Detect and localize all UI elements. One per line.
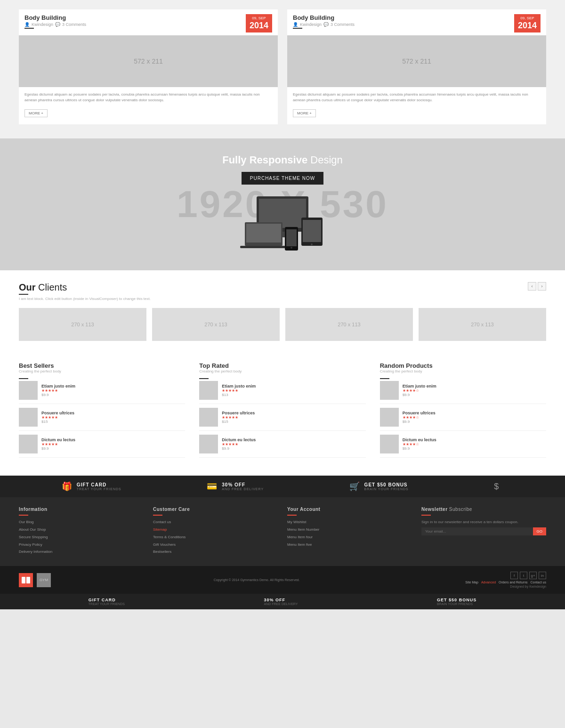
footer-link-2-2[interactable]: Menu Item four (287, 534, 412, 541)
more-button-1[interactable]: MORE + (293, 109, 316, 117)
footer-link-0-3[interactable]: Privacy Policy (19, 542, 144, 548)
footer-link-0-1[interactable]: About Our Shop (19, 527, 144, 533)
product-price-2-0: $9.9 (403, 393, 436, 397)
newsletter-submit[interactable]: GO (533, 527, 546, 535)
social-icon-2[interactable]: g+ (529, 572, 537, 579)
clients-prev-button[interactable]: ‹ (528, 282, 536, 291)
footer-link-2-3[interactable]: Menu Item five (287, 542, 412, 548)
product-price-1-2: $9.9 (222, 446, 256, 451)
promo-bar-item-0: GIFT CARD TREAT YOUR FRIENDS (89, 598, 125, 606)
footer-bar-item-0: 🎁 GIFT CARD TREAT YOUR FRIENDS (62, 481, 121, 492)
footer-link-1-1[interactable]: Sitemap (153, 527, 278, 533)
footer-bar-subtitle-1: AND FREE DELIVERY (222, 487, 264, 491)
footer-col-divider-1 (153, 515, 162, 516)
footer-link-1-0[interactable]: Contact us (153, 519, 278, 526)
purchase-button[interactable]: PURCHASE THEME NOW (242, 172, 323, 185)
designed-by: Designed by Kwindesign (462, 585, 546, 588)
promo-bar-text-0: GIFT CARD TREAT YOUR FRIENDS (89, 598, 125, 606)
more-button-0[interactable]: MORE + (24, 109, 48, 117)
product-col-title-2: Random Products (380, 362, 546, 369)
svg-point-9 (311, 243, 313, 245)
product-price-0-1: $15 (41, 420, 74, 424)
product-divider-2 (380, 378, 389, 379)
product-item-2-1: Posuere ultrices ★★★★☆ $9.9 (380, 408, 546, 431)
footer-link-0-2[interactable]: Secure Shopping (19, 534, 144, 541)
footer-link-2-0[interactable]: My Wishlist (287, 519, 412, 526)
product-thumb-0-1 (19, 408, 38, 427)
product-col-subtitle-2: Creating the perfect body (380, 369, 546, 373)
footer-link-1-3[interactable]: Gift Vouchers (153, 542, 278, 548)
clients-title: Our Clients (19, 282, 151, 293)
newsletter-input[interactable] (421, 527, 533, 535)
bottom-link-1[interactable]: Advanced (481, 581, 496, 584)
footer-col-title-2: Your Account (287, 507, 412, 512)
newsletter-desc-3: Sign in to our newsletter and receive a … (421, 519, 546, 525)
social-icon-3[interactable]: in (539, 572, 546, 579)
product-price-2-2: $9.9 (403, 446, 436, 451)
social-icon-0[interactable]: f (510, 572, 518, 579)
blog-title-0: Body Building (24, 14, 86, 21)
blog-card-title-area-0: Body Building 👤 Kwindesign 💬 3 Comments (24, 14, 86, 31)
product-stars-2-1: ★★★★☆ (403, 415, 436, 420)
blog-card-header-1: Body Building 👤 Kwindesign 💬 3 Comments … (287, 9, 546, 35)
client-logo-1: 270 x 113 (152, 308, 280, 341)
footer-link-2-1[interactable]: Menu Item Number (287, 527, 412, 533)
year-1: 2014 (518, 21, 537, 31)
newsletter-input-row: GO (421, 527, 546, 535)
clients-header: Our Clients I am text block. Click edit … (19, 282, 546, 301)
products-section: Best Sellers Creating the perfect body E… (0, 353, 565, 476)
footer-col-divider-2 (287, 515, 297, 516)
date-top-1: 09, SEP (518, 16, 537, 21)
date-top-0: 09, SEP (250, 16, 268, 21)
clients-next-button[interactable]: › (538, 282, 546, 291)
footer-link-1-2[interactable]: Terms & Conditions (153, 534, 278, 541)
bottom-link-2[interactable]: Orders and Returns (499, 581, 527, 584)
product-column-1: Top Rated Creating the perfect body Etia… (199, 362, 365, 461)
product-column-0: Best Sellers Creating the perfect body E… (19, 362, 185, 461)
blog-text-1: Egestas dictumst aliquam ac posuere soda… (287, 92, 546, 103)
footer-bar-item-2: 🛒 GET $50 BONUS BRAIN YOUR FRIENDS (349, 481, 409, 492)
footer-links: Information Our BlogAbout Our ShopSecure… (0, 497, 565, 566)
product-stars-2-0: ★★★★☆ (403, 388, 436, 393)
product-col-title-0: Best Sellers (19, 362, 185, 369)
footer-bar-item-3: $ (494, 482, 503, 492)
clients-divider (19, 294, 28, 295)
footer-link-0-0[interactable]: Our Blog (19, 519, 144, 526)
product-col-subtitle-0: Creating the perfect body (19, 369, 185, 373)
promo-bar-text-1: 30% OFF AND FREE DELIVERY (264, 598, 298, 606)
product-column-2: Random Products Creating the perfect bod… (380, 362, 546, 461)
client-logos-row: 270 x 113270 x 113270 x 113270 x 113 (19, 308, 546, 341)
blog-section: Body Building 👤 Kwindesign 💬 3 Comments … (0, 0, 565, 138)
footer-col-1: Customer Care Contact usSitemapTerms & C… (153, 507, 278, 557)
product-item-0-0: Etiam justo enim ★★★★★ $9.9 (19, 381, 185, 404)
product-thumb-2-1 (380, 408, 399, 427)
product-name-0-1: Posuere ultrices (41, 411, 74, 415)
blog-image-0: 572 x 211 (19, 35, 278, 87)
footer-link-0-4[interactable]: Delivery Information (19, 549, 144, 555)
footer-col-0: Information Our BlogAbout Our ShopSecure… (19, 507, 144, 557)
product-stars-1-2: ★★★★★ (222, 442, 256, 446)
logo-area: GYM (19, 573, 51, 587)
product-thumb-1-2 (199, 435, 218, 453)
product-price-0-0: $9.9 (41, 393, 75, 397)
bottom-link-0[interactable]: Site Map (465, 581, 478, 584)
bottom-right: ftg+in Site MapAdvancedOrders and Return… (462, 572, 546, 588)
product-col-subtitle-1: Creating the perfect body (199, 369, 365, 373)
product-info-0-2: Dictum eu lectus ★★★★★ $9.9 (41, 437, 75, 451)
promo-bar-title-1: 30% OFF (264, 598, 298, 602)
clients-section: Our Clients I am text block. Click edit … (0, 270, 565, 353)
product-divider-0 (19, 378, 28, 379)
blog-author-icon-1: 👤 (293, 22, 298, 27)
blog-card-title-area-1: Body Building 👤 Kwindesign 💬 3 Comments (293, 14, 355, 31)
footer-link-1-4[interactable]: Bestsellers (153, 549, 278, 555)
blog-divider-0 (24, 28, 34, 29)
bottom-link-3[interactable]: Contact us (531, 581, 546, 584)
product-item-2-2: Dictum eu lectus ★★★★☆ $9.9 (380, 435, 546, 458)
social-icon-1[interactable]: t (520, 572, 527, 579)
product-info-2-2: Dictum eu lectus ★★★★☆ $9.9 (403, 437, 436, 451)
footer-bar-icon-2: 🛒 (349, 481, 360, 492)
promo-bar-title-0: GIFT CARD (89, 598, 125, 602)
promo-bar-text-2: GET $50 BONUS BRAIN YOUR FRIENDS (437, 598, 476, 606)
devices-illustration (231, 192, 334, 253)
blog-meta-0: 👤 Kwindesign 💬 3 Comments (24, 22, 86, 27)
